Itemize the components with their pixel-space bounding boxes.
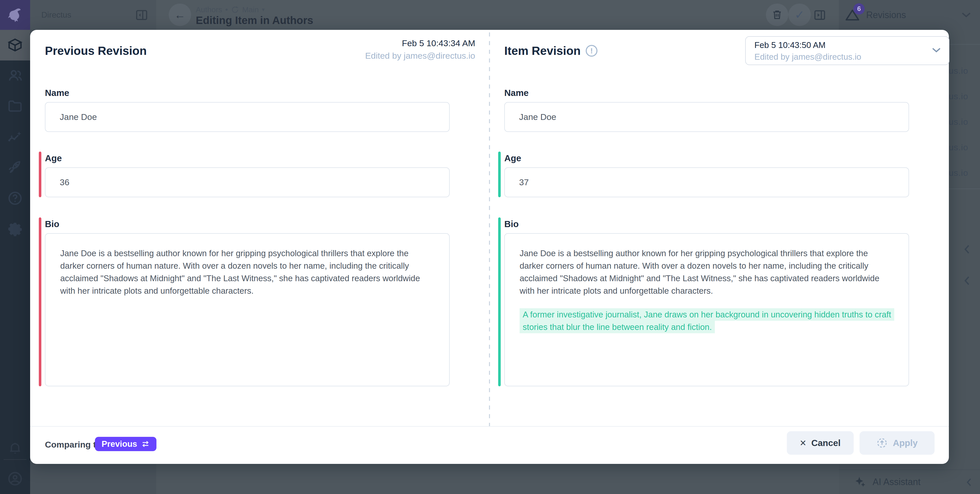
module-help[interactable] <box>0 183 30 214</box>
info-icon: ! <box>586 45 597 57</box>
sparkles-icon <box>854 476 866 488</box>
item-revision-panel: Item Revision ! Feb 5 10:43:50 AM Edited… <box>490 30 949 426</box>
bio-textarea[interactable]: Jane Doe is a bestselling author known f… <box>504 233 909 386</box>
previous-revision-edited-by: Edited by james@directus.io <box>365 51 475 61</box>
section-chevron-left-icon[interactable] <box>963 244 971 254</box>
revisions-delta-icon: 6 <box>844 7 861 23</box>
directus-logo[interactable] <box>0 0 30 30</box>
sidebar-divider <box>944 189 980 189</box>
apply-upload-icon <box>877 437 888 449</box>
name-input[interactable]: Jane Doe <box>504 102 909 132</box>
insights-icon <box>7 129 23 145</box>
users-icon <box>7 68 23 84</box>
section-chevron-left-icon[interactable] <box>963 276 971 286</box>
back-arrow-icon: ← <box>174 9 186 21</box>
field-label: Bio <box>45 218 450 230</box>
compare-target-button[interactable]: Previous <box>95 437 156 451</box>
field-label: Name <box>504 87 909 98</box>
module-settings[interactable] <box>0 214 30 244</box>
field-age-item: Age 37 <box>504 152 909 197</box>
item-revision-title: Item Revision <box>504 44 581 58</box>
module-insights[interactable] <box>0 122 30 152</box>
revision-compare-modal: Previous Revision Feb 5 10:43:34 AM Edit… <box>30 30 949 464</box>
item-revision-edited-by: Edited by james@directus.io <box>754 52 949 62</box>
field-name-previous: Name Jane Doe <box>45 87 450 132</box>
page-title: Editing Item in Authors <box>196 14 313 27</box>
module-content[interactable] <box>0 30 30 60</box>
cancel-button[interactable]: × Cancel <box>787 431 854 455</box>
panel-right-icon <box>813 9 826 21</box>
revisions-label: Revisions <box>866 10 906 21</box>
revisions-collapse-icon[interactable] <box>961 11 971 19</box>
version-name: Main <box>242 5 259 14</box>
version-chevron-icon: ▾ <box>262 6 265 13</box>
field-bio-previous: Bio Jane Doe is a bestselling author kno… <box>45 218 450 386</box>
rocket-icon <box>7 160 23 176</box>
field-label: Name <box>45 87 450 98</box>
back-button[interactable]: ← <box>169 3 191 26</box>
comparing-to-label: Comparing to <box>45 438 101 451</box>
added-diff-bar <box>498 218 501 386</box>
version-icon <box>231 6 239 14</box>
ai-assistant-label: AI Assistant <box>873 477 921 488</box>
ai-chevron-left-icon <box>965 478 973 487</box>
removed-diff-bar <box>39 152 41 197</box>
content-box-icon <box>7 37 23 53</box>
added-diff-bar <box>498 152 501 197</box>
module-marketplace[interactable] <box>0 152 30 183</box>
directus-rabbit-icon <box>6 6 24 24</box>
help-icon <box>7 191 23 206</box>
avatar-icon <box>7 470 23 487</box>
field-label: Age <box>45 152 450 164</box>
bio-textarea[interactable]: Jane Doe is a bestselling author known f… <box>45 233 450 386</box>
apply-button[interactable]: Apply <box>859 431 935 455</box>
user-menu-button[interactable] <box>0 463 30 494</box>
breadcrumb[interactable]: Authors • Main ▾ <box>196 5 265 14</box>
notifications-button[interactable] <box>0 433 30 463</box>
module-files[interactable] <box>0 91 30 122</box>
ai-assistant-row[interactable]: AI Assistant <box>839 470 980 494</box>
module-users[interactable] <box>0 60 30 91</box>
name-input[interactable]: Jane Doe <box>45 102 450 132</box>
bio-text: Jane Doe is a bestselling author known f… <box>520 247 894 297</box>
field-label: Age <box>504 152 909 164</box>
swap-icon <box>141 440 150 448</box>
item-revision-timestamp: Feb 5 10:43:50 AM <box>754 40 949 50</box>
sidebar-divider <box>944 44 980 44</box>
age-input[interactable]: 37 <box>504 167 909 197</box>
save-item-button[interactable]: ✓ <box>788 3 811 26</box>
revision-select-dropdown[interactable]: Feb 5 10:43:50 AM Edited by james@direct… <box>745 36 950 65</box>
project-name: Directus <box>41 0 71 30</box>
bell-icon <box>8 441 22 456</box>
previous-revision-panel: Previous Revision Feb 5 10:43:34 AM Edit… <box>30 30 490 426</box>
footer-divider <box>30 426 949 427</box>
age-input[interactable]: 36 <box>45 167 450 197</box>
previous-revision-timestamp: Feb 5 10:43:34 AM <box>365 38 475 48</box>
trash-icon <box>772 9 783 21</box>
dropdown-chevron-icon <box>932 46 941 54</box>
bio-text: Jane Doe is a bestselling author known f… <box>60 247 434 297</box>
toggle-sidebar-button[interactable] <box>811 7 828 23</box>
field-name-item: Name Jane Doe <box>504 87 909 132</box>
module-bar-divider <box>3 459 27 460</box>
revisions-count-badge: 6 <box>853 3 865 14</box>
check-icon: ✓ <box>795 8 805 22</box>
field-age-previous: Age 36 <box>45 152 450 197</box>
previous-revision-title: Previous Revision <box>45 44 147 58</box>
folder-icon <box>7 98 23 114</box>
removed-diff-bar <box>39 218 41 386</box>
field-bio-item: Bio Jane Doe is a bestselling author kno… <box>504 218 909 386</box>
close-icon: × <box>800 437 806 449</box>
delete-item-button[interactable] <box>766 3 788 26</box>
bio-added-paragraph: A former investigative journalist, Jane … <box>520 308 894 333</box>
revisions-header[interactable]: 6 Revisions <box>844 0 906 30</box>
collapse-nav-icon[interactable] <box>134 7 149 23</box>
gear-icon <box>7 221 23 237</box>
field-label: Bio <box>504 218 909 230</box>
